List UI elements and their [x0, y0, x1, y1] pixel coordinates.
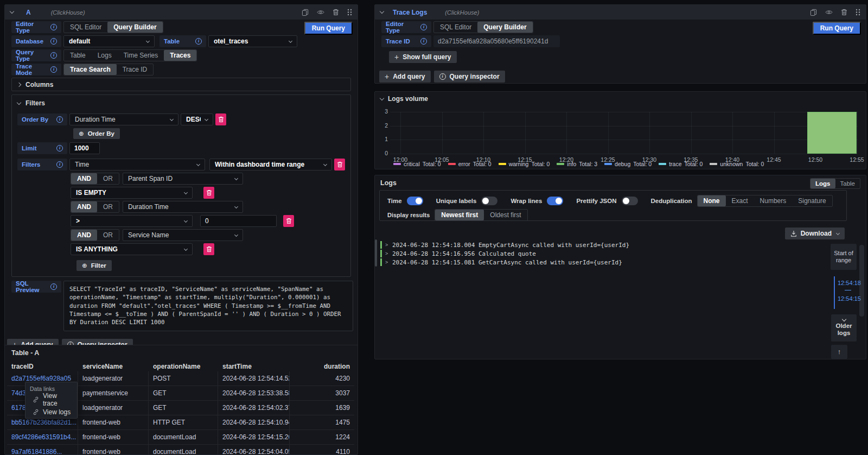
- time-filter-operator-select[interactable]: Within dashboard time range: [209, 159, 332, 170]
- table-select[interactable]: otel_traces: [208, 35, 297, 47]
- info-icon[interactable]: i: [56, 145, 63, 151]
- col-header-duration[interactable]: duration: [290, 361, 354, 371]
- col-header-starttime[interactable]: startTime: [218, 361, 290, 371]
- info-icon[interactable]: i: [50, 52, 57, 59]
- sql-editor-option[interactable]: SQL Editor: [64, 22, 107, 33]
- view-table-option[interactable]: Table: [835, 179, 860, 188]
- log-expand-chevron-icon[interactable]: >: [385, 251, 389, 256]
- drag-handle-icon[interactable]: [347, 9, 352, 16]
- trace-id-input[interactable]: d2a7155ef6a928a05680e5ff6190241d: [433, 35, 560, 47]
- order-by-field-select[interactable]: Duration Time: [69, 113, 178, 125]
- trace-logs-panel-header[interactable]: Trace Logs (ClickHouse): [375, 5, 866, 20]
- trace-id-option[interactable]: Trace ID: [117, 64, 154, 75]
- wrap-lines-toggle[interactable]: [547, 197, 563, 205]
- run-query-button[interactable]: Run Query: [304, 22, 353, 35]
- remove-order-by-button[interactable]: [215, 113, 226, 125]
- or-option[interactable]: OR: [97, 173, 119, 184]
- legend-item-warning[interactable]: warningTotal: 0: [499, 161, 550, 167]
- info-icon[interactable]: i: [56, 116, 63, 123]
- log-expand-chevron-icon[interactable]: >: [385, 242, 389, 248]
- and-option[interactable]: AND: [71, 230, 97, 241]
- drag-handle-icon[interactable]: [856, 9, 860, 16]
- view-logs-menu-item[interactable]: View logs: [25, 406, 77, 418]
- run-query-button[interactable]: Run Query: [813, 22, 861, 35]
- log-expand-chevron-icon[interactable]: >: [385, 260, 389, 265]
- add-order-by-button[interactable]: ⊕Order By: [73, 128, 120, 139]
- hide-query-eye-icon[interactable]: [317, 9, 324, 15]
- query-type-timeseries[interactable]: Time Series: [118, 50, 164, 61]
- duplicate-query-icon[interactable]: [810, 9, 817, 16]
- query-type-table[interactable]: Table: [64, 50, 92, 61]
- condition-field-select[interactable]: Service Name: [123, 229, 243, 241]
- remove-condition-button[interactable]: [203, 243, 214, 255]
- delete-query-trash-icon[interactable]: [333, 9, 339, 16]
- show-full-query-button[interactable]: +Show full query: [389, 51, 457, 63]
- unique-labels-toggle[interactable]: [481, 197, 497, 205]
- logs-volume-header[interactable]: Logs volume: [375, 92, 866, 103]
- dedup-numbers-option[interactable]: Numbers: [754, 195, 793, 206]
- query-inspector-button[interactable]: iQuery inspector: [434, 71, 505, 83]
- info-icon[interactable]: i: [50, 38, 57, 45]
- legend-item-error[interactable]: errorTotal: 0: [448, 161, 492, 167]
- logs-scrollbar-left[interactable]: [375, 239, 377, 267]
- and-option[interactable]: AND: [71, 201, 97, 212]
- condition-field-select[interactable]: Duration Time: [123, 201, 243, 213]
- query-builder-option[interactable]: Query Builder: [107, 22, 162, 33]
- info-icon[interactable]: i: [195, 38, 202, 45]
- trace-query-panel-header[interactable]: A (ClickHouse): [5, 5, 358, 20]
- view-trace-menu-item[interactable]: View trace: [25, 393, 77, 406]
- condition-field-select[interactable]: Parent Span ID: [123, 173, 243, 185]
- col-header-traceid[interactable]: traceID: [7, 361, 78, 371]
- and-option[interactable]: AND: [71, 173, 97, 184]
- logs-volume-plot[interactable]: 12:0012:0512:1012:1512:2012:2512:3012:35…: [390, 112, 858, 154]
- limit-input[interactable]: 1000: [69, 142, 100, 154]
- log-row[interactable]: >2024-06-28 12:54:15.081 GetCartAsync ca…: [380, 258, 817, 267]
- cell-traceid[interactable]: 9a7af61841886...: [7, 445, 78, 455]
- legend-item-unknown[interactable]: unknownTotal: 0: [710, 161, 764, 167]
- time-toggle[interactable]: [407, 197, 423, 205]
- legend-item-debug[interactable]: debugTotal: 0: [604, 161, 652, 167]
- info-icon[interactable]: i: [420, 24, 427, 30]
- condition-operator-select[interactable]: IS ANYTHING: [71, 243, 193, 255]
- remove-condition-button[interactable]: [203, 187, 214, 199]
- oldest-first-option[interactable]: Oldest first: [484, 210, 527, 220]
- remove-condition-button[interactable]: [283, 215, 294, 227]
- log-row[interactable]: >2024-06-28 12:54:18.004 EmptyCartAsync …: [380, 241, 817, 249]
- condition-operator-select[interactable]: >: [71, 215, 193, 227]
- trace-search-option[interactable]: Trace Search: [64, 64, 117, 75]
- col-header-servicename[interactable]: serviceName: [78, 361, 149, 371]
- query-type-traces[interactable]: Traces: [164, 50, 196, 61]
- legend-item-trace[interactable]: traceTotal: 0: [659, 161, 703, 167]
- time-filter-field-select[interactable]: Time: [69, 159, 205, 170]
- sql-editor-option[interactable]: SQL Editor: [434, 22, 477, 33]
- info-icon[interactable]: i: [56, 161, 63, 168]
- delete-query-trash-icon[interactable]: [841, 9, 847, 16]
- prettify-json-toggle[interactable]: [622, 197, 638, 205]
- info-icon[interactable]: i: [50, 66, 57, 73]
- duplicate-query-icon[interactable]: [302, 9, 309, 16]
- hide-query-eye-icon[interactable]: [825, 9, 833, 15]
- add-filter-button[interactable]: ⊕Filter: [76, 260, 112, 271]
- legend-item-info[interactable]: infoTotal: 3: [557, 161, 597, 167]
- older-logs-button[interactable]: Older logs: [831, 314, 857, 342]
- query-type-logs[interactable]: Logs: [92, 50, 118, 61]
- database-select[interactable]: default: [63, 35, 155, 47]
- or-option[interactable]: OR: [97, 230, 119, 241]
- info-icon[interactable]: i: [420, 38, 427, 45]
- info-icon[interactable]: i: [50, 24, 57, 30]
- dedup-none-option[interactable]: None: [698, 195, 726, 206]
- logs-volume-bar-info[interactable]: [807, 112, 857, 154]
- download-button[interactable]: Download: [785, 228, 845, 239]
- legend-item-critical[interactable]: criticalTotal: 0: [393, 161, 441, 167]
- condition-operator-select[interactable]: IS EMPTY: [71, 187, 193, 199]
- condition-value-input[interactable]: 0: [200, 215, 277, 227]
- remove-time-filter-button[interactable]: [334, 159, 345, 170]
- dedup-exact-option[interactable]: Exact: [726, 195, 754, 206]
- log-row[interactable]: >2024-06-28 12:54:16.956 Calculated quot…: [380, 249, 817, 258]
- order-by-direction-select[interactable]: DESC: [181, 113, 213, 125]
- query-builder-option[interactable]: Query Builder: [477, 22, 532, 33]
- add-query-button[interactable]: +Add query: [379, 71, 431, 83]
- scroll-to-top-button[interactable]: ↑: [831, 345, 847, 359]
- collapse-chevron-icon[interactable]: [10, 9, 14, 14]
- filters-section-header[interactable]: Filters: [17, 99, 345, 107]
